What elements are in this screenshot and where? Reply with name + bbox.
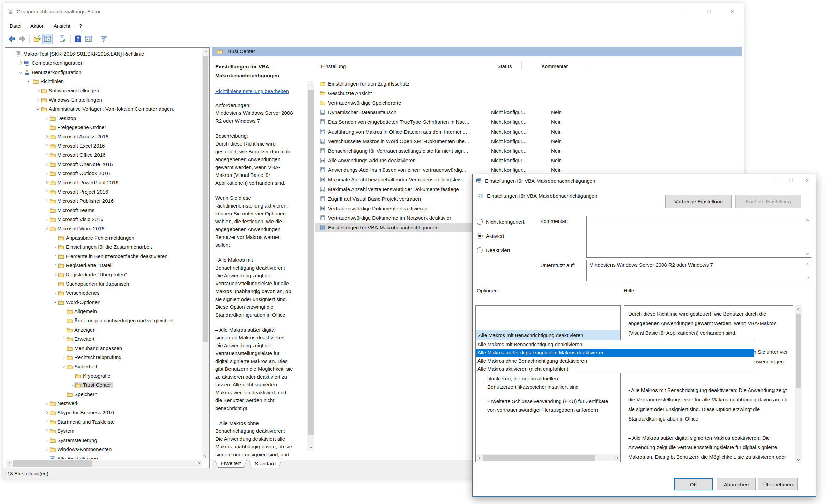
- menu-item-datei[interactable]: Datei: [5, 19, 26, 32]
- tree-item[interactable]: Skype for Business 2016: [6, 408, 202, 417]
- tree-item[interactable]: Registerkarte "Datei": [6, 261, 202, 270]
- table-row[interactable]: Ausführung von Makros in Office-Dateien …: [315, 127, 741, 136]
- dropdown-item[interactable]: Alle Makros ohne Benachrichtigung deakti…: [476, 357, 754, 365]
- expander-icon[interactable]: [52, 273, 57, 276]
- radio-button[interactable]: [477, 219, 483, 225]
- tree-item[interactable]: Microsoft Word 2016: [6, 224, 202, 233]
- expander-icon[interactable]: [43, 421, 49, 423]
- menu-item-ansicht[interactable]: Ansicht: [49, 19, 75, 32]
- tree-item[interactable]: Richtlinien: [6, 77, 202, 86]
- tree-item[interactable]: Erweitert: [6, 334, 202, 343]
- tree-item[interactable]: Registerkarte "Überprüfen": [6, 270, 202, 279]
- macro-setting-combobox[interactable]: Alle Makros mit Benachrichtigung deaktiv…: [476, 330, 620, 340]
- expander-icon[interactable]: [43, 439, 49, 441]
- show-console-tree-button[interactable]: [42, 34, 53, 44]
- scroll-down-icon[interactable]: [307, 444, 314, 451]
- tree-item[interactable]: Menüband anpassen: [6, 343, 202, 353]
- tree-item[interactable]: Systemsteuerung: [6, 436, 202, 445]
- tree-item[interactable]: Microsoft Excel 2016: [6, 141, 202, 150]
- dialog-minimize-button[interactable]: –: [767, 174, 783, 187]
- options-horizontal-scrollbar[interactable]: [476, 454, 620, 461]
- tree-item[interactable]: Windows-Einstellungen: [6, 95, 202, 104]
- scroll-up-icon[interactable]: [805, 218, 810, 223]
- dialog-close-button[interactable]: ×: [799, 174, 815, 187]
- radio-button[interactable]: [477, 247, 483, 253]
- tab-erweitert[interactable]: Erweitert: [215, 459, 247, 468]
- tree-item[interactable]: Microsoft Visio 2016: [6, 215, 202, 224]
- scroll-thumb[interactable]: [308, 90, 314, 435]
- table-row[interactable]: Benachrichtigung für Vertrauensstellungs…: [315, 146, 741, 155]
- tree-item[interactable]: Suchoptionen für Japanisch: [6, 279, 202, 288]
- apply-button[interactable]: Übernehmen: [758, 478, 798, 490]
- tree-item[interactable]: Microsoft Publisher 2016: [6, 196, 202, 205]
- expander-icon[interactable]: [43, 154, 49, 156]
- tree-item[interactable]: Speichern: [6, 390, 202, 399]
- tree-item[interactable]: Microsoft OneNote 2016: [6, 159, 202, 169]
- scroll-down-icon[interactable]: [805, 251, 810, 256]
- expander-icon[interactable]: [43, 117, 49, 119]
- tree-item[interactable]: System: [6, 426, 202, 436]
- expander-icon[interactable]: [60, 338, 66, 340]
- tree-item[interactable]: Word-Optionen: [6, 297, 202, 307]
- tree-item[interactable]: Microsoft Outlook 2016: [6, 169, 202, 178]
- expander-icon[interactable]: [60, 356, 66, 358]
- tree-item[interactable]: Allgemein: [6, 307, 202, 316]
- table-row[interactable]: Einstellungen für den Zugriffsschutz: [315, 79, 741, 88]
- expander-icon[interactable]: [43, 402, 49, 404]
- expander-icon[interactable]: [43, 190, 49, 193]
- scroll-thumb[interactable]: [203, 56, 208, 342]
- table-row[interactable]: Verschlüsselte Makros in Word Open XML-D…: [315, 136, 741, 146]
- expander-icon[interactable]: [18, 62, 23, 64]
- menu-item-aktion[interactable]: Aktion: [26, 19, 49, 32]
- column-divider[interactable]: [588, 62, 588, 69]
- menu-item-?[interactable]: ?: [75, 19, 86, 32]
- scroll-right-icon[interactable]: [614, 454, 620, 461]
- scroll-down-icon[interactable]: [795, 456, 802, 463]
- tab-standard[interactable]: Standard: [249, 460, 282, 468]
- expander-icon[interactable]: [43, 200, 49, 202]
- expander-icon[interactable]: [52, 255, 57, 257]
- dialog-maximize-button[interactable]: □: [783, 174, 799, 187]
- tree-item[interactable]: Microsoft Office 2016: [6, 150, 202, 159]
- block-certificates-checkbox[interactable]: [478, 377, 483, 382]
- ok-button[interactable]: OK: [674, 478, 713, 490]
- radio-deaktiviert[interactable]: Deaktiviert: [477, 247, 510, 254]
- extended-view-button[interactable]: [83, 34, 93, 44]
- edit-policy-link[interactable]: Richtlinieneinstellung bearbeiten: [215, 88, 289, 94]
- expander-icon[interactable]: [26, 81, 32, 82]
- scroll-thumb[interactable]: [796, 314, 801, 388]
- previous-setting-button[interactable]: Vorherige Einstellung: [665, 195, 732, 208]
- scroll-up-icon[interactable]: [307, 81, 314, 88]
- table-row[interactable]: Alle Anwendungs-Add-Ins deaktivierenNich…: [315, 156, 741, 165]
- expander-icon[interactable]: [43, 448, 49, 450]
- minimize-button[interactable]: –: [674, 3, 697, 19]
- expander-icon[interactable]: [43, 163, 49, 165]
- column-kommentar[interactable]: Kommentar: [521, 63, 588, 69]
- help-button[interactable]: ?: [73, 34, 83, 44]
- expander-icon[interactable]: [43, 172, 49, 174]
- tree-item[interactable]: Trust Center: [6, 380, 202, 390]
- next-setting-button[interactable]: Nächste Einstellung: [735, 195, 801, 208]
- tree-item[interactable]: Benutzerkonfiguration: [6, 67, 202, 77]
- up-one-level-button[interactable]: [32, 34, 42, 44]
- tree-item[interactable]: Einstellungen für die Zusammenarbeit: [6, 242, 202, 251]
- expander-icon[interactable]: [43, 181, 49, 184]
- expander-icon[interactable]: [35, 108, 40, 110]
- tree-item[interactable]: Rechtschreibprüfung: [6, 353, 202, 362]
- column-divider[interactable]: [521, 62, 522, 69]
- scroll-down-icon[interactable]: [805, 275, 810, 280]
- scroll-up-icon[interactable]: [795, 305, 802, 312]
- tree-vertical-scrollbar[interactable]: [202, 48, 209, 459]
- maximize-button[interactable]: □: [697, 3, 721, 19]
- tree-item[interactable]: Startmenü und Taskleiste: [6, 417, 202, 426]
- radio-button[interactable]: [477, 233, 483, 239]
- expander-icon[interactable]: [69, 384, 74, 386]
- tree-item[interactable]: Netzwerk: [6, 399, 202, 408]
- scroll-up-icon[interactable]: [805, 261, 810, 266]
- radio-aktiviert[interactable]: Aktiviert: [477, 232, 504, 239]
- tree-item[interactable]: Elemente in Benutzeroberfläche deaktivie…: [6, 251, 202, 261]
- tree-item[interactable]: Verschiedenes: [6, 288, 202, 297]
- tree-item[interactable]: Windows-Komponenten: [6, 445, 202, 454]
- tree-item[interactable]: Kryptografie: [6, 371, 202, 380]
- tree-item[interactable]: Makro-Test [SKR-2016-S01.SKR2016.LAN] Ri…: [6, 49, 202, 58]
